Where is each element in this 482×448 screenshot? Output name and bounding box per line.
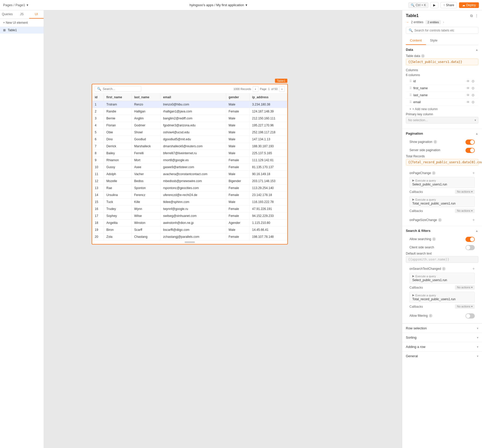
table-row[interactable]: 16TrudeyWynntwynnf@google.ruFemale47.91.… [92, 206, 287, 213]
sorting-section[interactable]: Sorting ▾ [402, 333, 482, 342]
col-header-ip_address[interactable]: ip_address [249, 94, 287, 101]
info-icon[interactable]: i [432, 237, 436, 241]
table-row[interactable]: 1TrstramRenzotrenzo0@hibu.comMale3.234.1… [92, 101, 287, 108]
settings-icon[interactable]: ⚙ [471, 93, 475, 97]
total-records-field: Total Records {{Total_record_public_user… [406, 154, 478, 167]
settings-icon[interactable]: ⚙ [471, 100, 475, 104]
data-section-header[interactable]: Data ▲ [402, 45, 482, 54]
table-row[interactable]: 12MozelleBedissmbedissb@prnewswire.comBi… [92, 178, 287, 185]
info-icon[interactable]: i [429, 314, 432, 317]
table-row[interactable]: 8BaileyFerrellibferrelli7@liveinternet.r… [92, 150, 287, 157]
tab-queries[interactable]: Queries [0, 10, 14, 19]
adding-row-section[interactable]: Adding a row ▾ [402, 342, 482, 351]
add-search-action-button[interactable]: + [472, 266, 475, 271]
column-name-email: email [413, 100, 421, 104]
info-icon[interactable]: i [432, 171, 436, 175]
add-page-size-action-button[interactable]: + [472, 218, 475, 222]
show-pagination-toggle[interactable] [465, 140, 475, 145]
eye-icon[interactable]: 👁 [466, 100, 470, 104]
search-filters-header[interactable]: Search & filters ▲ [402, 226, 482, 235]
table-data-value[interactable]: {{Select_public_users1.data}} [406, 59, 478, 65]
breadcrumb[interactable]: Pages / Page1 ▾ [3, 3, 28, 7]
col-header-gender[interactable]: gender [226, 94, 249, 101]
info-icon[interactable]: i [438, 218, 442, 222]
table-row[interactable]: 2RandieHalliganrhalligan1@java.comFemale… [92, 108, 287, 115]
table-row[interactable]: 18AngelitaWinstonawinstonh@dion.ne.jpAge… [92, 219, 287, 226]
col-header-first_name[interactable]: first_name [104, 94, 132, 101]
canvas[interactable]: Table1 🔍 1000 Records ‹ Page 1 of 50 › [44, 10, 402, 448]
table-row[interactable]: 7DerrickMarshalleckdmarshalleck6@reuters… [92, 143, 287, 150]
primary-key-select[interactable]: No selection... ▾ [406, 117, 478, 124]
table-row[interactable]: 10GussyAseegasee9@artisteer.comFemale81.… [92, 164, 287, 171]
panel-tabs: Content Style [406, 36, 478, 45]
table-row[interactable]: 9RhiamonMortrmort8@google.esFemale111.12… [92, 157, 287, 164]
on-page-change-label: onPageChange i [409, 171, 436, 175]
eye-icon[interactable]: 👁 [466, 93, 470, 97]
general-title: General [406, 354, 418, 358]
col-header-email[interactable]: email [160, 94, 226, 101]
table-row[interactable]: 11AdolphVacheravachera@constantcontact.c… [92, 171, 287, 178]
default-search-value[interactable]: {{appsmith.user.name}} [406, 256, 478, 263]
callbacks-badge-1[interactable]: No actions ▾ [455, 190, 475, 194]
panel-search-input[interactable] [414, 29, 476, 32]
new-ui-button[interactable]: + New UI element [0, 19, 44, 27]
data-section-content: Table data i {{Select_public_users1.data… [402, 54, 482, 129]
add-column-button[interactable]: + + Add new column [406, 106, 478, 112]
table-row[interactable]: 17SopheyWilseswilseg@xinhuanet.comFemale… [92, 213, 287, 219]
settings-icon[interactable]: ⚙ [471, 79, 475, 83]
table-row[interactable]: 4FlorianGodmerfgodmer3@arizona.eduMale19… [92, 122, 287, 129]
deploy-button[interactable]: ☁ Deploy [459, 2, 479, 8]
settings-icon[interactable]: ⚙ [471, 86, 475, 90]
search-input[interactable] [103, 87, 139, 91]
table-row[interactable]: 15TuckKilletkilee@sphinn.comMale116.193.… [92, 199, 287, 206]
callbacks-badge-2[interactable]: No actions ▾ [455, 209, 475, 213]
row-selection-section[interactable]: Row selection ▾ [402, 323, 482, 333]
pagination-section-header[interactable]: Pagination ▲ [402, 129, 482, 138]
copy-icon[interactable]: ⧉ [470, 14, 473, 18]
eye-icon[interactable]: 👁 [466, 86, 470, 90]
tab-content[interactable]: Content [406, 36, 426, 45]
col-header-last_name[interactable]: last_name [131, 94, 160, 101]
table-row[interactable]: 3BernieAnglimbanglim2@rediff.comMale212.… [92, 115, 287, 122]
search-shortcut[interactable]: 🔍 Ctrl + K [408, 2, 428, 8]
next-page-button[interactable]: › [279, 86, 285, 92]
table-body: 1TrstramRenzotrenzo0@hibu.comMale3.234.1… [92, 101, 287, 240]
table-row[interactable]: 19BironScarffbscarffi@diigo.comMale14.45… [92, 226, 287, 233]
tab-js[interactable]: JS [14, 10, 29, 19]
share-button[interactable]: ↑ Share [440, 2, 457, 8]
tab-ui[interactable]: UI [29, 10, 44, 19]
prev-page-button[interactable]: ‹ [253, 86, 258, 92]
server-side-toggle[interactable] [465, 148, 475, 153]
sidebar-item-table1[interactable]: ⊞ Table1 [0, 27, 44, 34]
horizontal-scroll[interactable] [185, 241, 195, 243]
run-button[interactable]: ▶ [430, 2, 438, 8]
callback-row-1: Callbacks No actions ▾ [406, 189, 478, 195]
table-row[interactable]: 5ObieShowloshow4@ucsd.eduMale252.198.117… [92, 129, 287, 136]
table-scroll: id first_name last_name email gender ip_… [92, 94, 287, 240]
table-row[interactable]: 14UrsulinaFerenczuferenczd@e-recht24.deF… [92, 192, 287, 199]
info-icon[interactable]: i [421, 54, 425, 58]
info-icon[interactable]: i [433, 140, 437, 144]
cell-first_name: Angelita [104, 219, 132, 226]
info-icon[interactable]: i [442, 267, 446, 271]
total-records-value[interactable]: {{Total_record_public_users1.data[0].cou… [406, 159, 478, 166]
cell-gender: Male [226, 150, 249, 157]
data-table: id first_name last_name email gender ip_… [92, 94, 287, 240]
table-row[interactable]: 13RaeSpontonrspontonc@geocities.comFemal… [92, 185, 287, 192]
add-action-button[interactable]: + [472, 171, 475, 175]
tab-style[interactable]: Style [426, 36, 442, 45]
panel-search[interactable]: 🔍 [406, 27, 478, 34]
search-callbacks-badge-1[interactable]: No actions ▾ [455, 285, 475, 290]
search-callbacks-badge-2[interactable]: No actions ▾ [455, 304, 475, 309]
col-header-id[interactable]: id [92, 94, 104, 101]
cell-ip_address: 198.107.78.148 [249, 233, 287, 240]
allow-filtering-toggle[interactable] [465, 313, 475, 319]
table-search[interactable]: 🔍 [95, 86, 141, 92]
general-section[interactable]: General ▾ [402, 351, 482, 361]
eye-icon[interactable]: 👁 [466, 79, 470, 83]
table-row[interactable]: 20ZolaChastangzchastangj@parallels.comFe… [92, 233, 287, 240]
client-side-toggle[interactable] [465, 245, 475, 250]
more-icon[interactable]: ⋮ [475, 14, 478, 18]
table-row[interactable]: 6DinoGoodluddgoodlud5@mit.eduMale147.134… [92, 136, 287, 143]
allow-searching-toggle[interactable] [465, 237, 475, 242]
